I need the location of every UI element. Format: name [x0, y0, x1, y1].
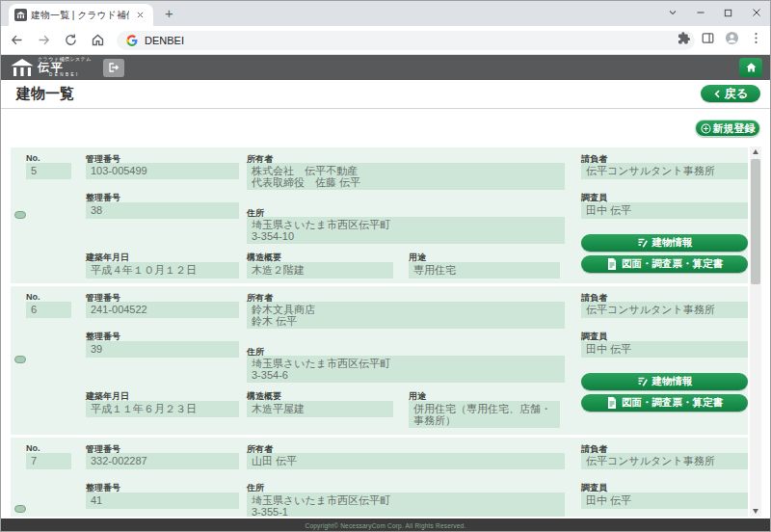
tab-title: 建物一覧 | クラウド補償システム 伝	[31, 9, 129, 22]
forward-nav-icon[interactable]	[32, 29, 55, 52]
chevron-left-icon	[713, 89, 722, 99]
investigator-field: 田中 伝平	[581, 341, 748, 358]
contractor-field: 伝平コンサルタント事務所	[581, 302, 748, 318]
side-panel-icon[interactable]	[699, 29, 716, 46]
scroll-down-icon[interactable]	[750, 506, 761, 517]
no-field: 6	[26, 302, 71, 318]
management-number-field: 103-005499	[86, 163, 239, 179]
document-icon	[606, 397, 618, 409]
address-field: 埼玉県さいたま市西区伝平町 3-354-10	[247, 217, 565, 244]
reload-icon[interactable]	[59, 29, 82, 52]
reference-number-field: 38	[86, 202, 239, 219]
maximize-button[interactable]	[720, 5, 736, 21]
scrollbar-thumb[interactable]	[751, 159, 760, 284]
build-date-field: 平成４年１０月１２日	[86, 262, 239, 279]
management-number-field: 241-004522	[86, 302, 239, 318]
address-bar[interactable]: DENBEI	[117, 31, 695, 50]
logout-icon	[107, 62, 120, 73]
address-field: 埼玉県さいたま市西区伝平町 3-354-6	[247, 356, 565, 383]
reference-number-field: 39	[86, 341, 239, 358]
investigator-field: 田中 伝平	[581, 492, 748, 509]
scroll-up-icon[interactable]	[750, 146, 761, 157]
records-list: No. 5 管理番号 103-005499 整理番号 38 所有者 株式会社 伝…	[11, 147, 748, 517]
building-record: No. 6 管理番号 241-004522 整理番号 39 所有者 鈴木文具商店…	[11, 286, 748, 435]
list-edit-icon	[637, 237, 649, 249]
owner-field: 株式会社 伝平不動産 代表取締役 佐藤 伝平	[247, 163, 565, 190]
no-field: 7	[26, 453, 71, 469]
tab-search-icon[interactable]	[664, 5, 680, 21]
documents-button[interactable]: 図面・調査票・算定書	[581, 394, 748, 412]
list-edit-icon	[637, 376, 649, 387]
structure-field: 木造平屋建	[247, 401, 393, 417]
usage-field: 併用住宅（専用住宅、店舗・事務所）	[409, 401, 560, 428]
google-g-icon	[126, 35, 138, 46]
back-button[interactable]: 戻る	[701, 85, 760, 102]
address-field: 埼玉県さいたま市西区伝平町 3-355-1	[247, 492, 565, 517]
tab-strip: 建物一覧 | クラウド補償システム 伝 +	[1, 1, 770, 26]
logout-button[interactable]	[103, 59, 124, 77]
owner-field: 山田 伝平	[247, 453, 565, 469]
menu-kebab-icon[interactable]	[747, 29, 764, 46]
site-favicon-icon	[14, 9, 27, 21]
home-nav-icon[interactable]	[86, 29, 109, 52]
browser-tab[interactable]: 建物一覧 | クラウド補償システム 伝	[9, 4, 153, 26]
structure-field: 木造２階建	[247, 262, 393, 279]
no-field: 5	[26, 163, 71, 179]
link-icon[interactable]	[14, 211, 26, 219]
app-home-button[interactable]	[739, 58, 762, 77]
usage-field: 専用住宅	[409, 262, 560, 279]
pavilion-logo-icon	[11, 59, 34, 76]
list-scrollbar[interactable]	[750, 146, 761, 517]
link-icon[interactable]	[14, 356, 26, 363]
app-footer: Copyright© NecessaryCom Corp. All Rights…	[1, 519, 770, 532]
app-logo: クラウド補償システム 伝平 DENBEI	[11, 57, 92, 78]
url-text: DENBEI	[145, 35, 184, 46]
circle-plus-icon	[701, 123, 711, 134]
home-icon	[745, 62, 758, 73]
page-title: 建物一覧	[16, 85, 74, 103]
link-icon[interactable]	[14, 505, 26, 513]
minimize-button[interactable]	[692, 5, 708, 21]
documents-button[interactable]: 図面・調査票・算定書	[581, 255, 748, 273]
profile-avatar[interactable]	[723, 29, 740, 46]
owner-field: 鈴木文具商店 鈴木 伝平	[247, 302, 565, 329]
build-date-field: 平成１１年６月２３日	[86, 401, 239, 417]
building-info-button[interactable]: 建物情報	[581, 234, 748, 252]
contractor-field: 伝平コンサルタント事務所	[581, 453, 748, 469]
back-nav-icon[interactable]	[5, 29, 28, 52]
title-divider	[1, 108, 770, 109]
new-tab-button[interactable]: +	[161, 6, 177, 22]
logo-romaji: DENBEI	[38, 73, 92, 78]
browser-window: 建物一覧 | クラウド補償システム 伝 + DENBEI	[0, 0, 771, 532]
close-window-button[interactable]	[748, 5, 764, 21]
browser-toolbar: DENBEI	[1, 26, 770, 55]
extensions-icon[interactable]	[675, 29, 692, 46]
app-header: クラウド補償システム 伝平 DENBEI	[1, 55, 770, 80]
document-icon	[606, 258, 618, 270]
reference-number-field: 41	[86, 492, 239, 509]
building-record: No. 5 管理番号 103-005499 整理番号 38 所有者 株式会社 伝…	[11, 147, 748, 283]
tab-close-icon[interactable]	[133, 9, 146, 22]
building-info-button[interactable]: 建物情報	[581, 373, 748, 390]
copyright-text: Copyright© NecessaryCom Corp. All Rights…	[306, 522, 466, 529]
investigator-field: 田中 伝平	[581, 202, 748, 219]
contractor-field: 伝平コンサルタント事務所	[581, 163, 748, 179]
management-number-field: 332-002287	[86, 453, 239, 469]
new-registration-button[interactable]: 新規登録	[695, 120, 760, 137]
building-record: No. 7 管理番号 332-002287 整理番号 41 所有者 山田 伝平 …	[11, 438, 748, 517]
